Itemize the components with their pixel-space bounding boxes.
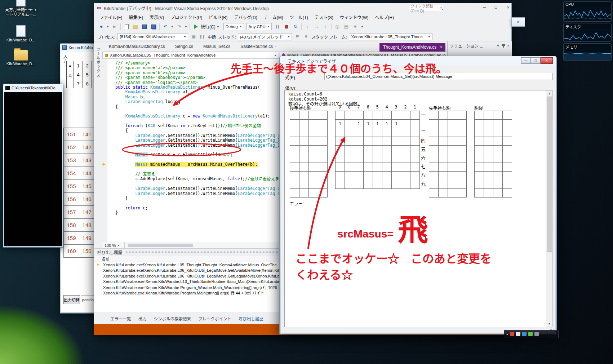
auto-hide-pin-icon[interactable] [503,44,504,48]
menu-item[interactable]: ビルド(B) [205,14,231,20]
console-output[interactable] [4,92,62,246]
menu-item[interactable]: テスト(S) [311,14,337,20]
redo-icon[interactable]: ↷ [176,23,182,30]
maximize-button[interactable]: □ [490,3,501,11]
panel-tab[interactable]: ブレークポイント [195,316,234,321]
panel-tab[interactable]: 出力 [136,316,150,321]
quick-launch-input[interactable]: クイック起動 (Ctrl+Q) [409,5,444,11]
redo-dropdown-icon[interactable] [185,26,187,28]
minimize-button[interactable]: — [521,57,531,64]
undo-dropdown-icon[interactable] [171,26,173,28]
editor-indicator-margin[interactable] [102,59,107,242]
process-snapshot-icon[interactable]: ▣ [190,34,197,40]
menu-item[interactable]: ヘルプ(H) [372,14,397,20]
grid-window-titlebar[interactable]: Xenon.KifuNa [60,44,98,52]
platform-combo[interactable]: Any CPU [246,23,272,30]
document-tab[interactable]: Masus_Set.cs [198,41,235,52]
board-row-label: 五 [421,145,426,154]
scroll-up-icon[interactable]: ▲ [546,90,552,97]
stack-frame-combo[interactable]: Xenon.KifuLarabe.L05_Thought.Thouc [349,33,432,40]
stop-debug-icon[interactable] [283,23,290,30]
active-document-tab[interactable]: Thought_KomaAndMove.cs × [379,43,445,52]
board-col-header: 3 [391,105,401,110]
board-cell [290,120,299,128]
desktop-icon[interactable]: KifuWarabe_D... [3,25,39,43]
step-into-icon[interactable]: ↓ [304,23,311,30]
panel-tab[interactable]: エラー一覧 [107,316,134,321]
tray-icon[interactable] [534,332,539,336]
document-tab[interactable]: Sengo.cs [170,41,198,52]
output-toggle-button[interactable]: 出力切替 [63,295,80,304]
menu-item[interactable]: 編集(E) [125,14,146,20]
desktop-icon[interactable]: 東方月華語〜チュ ートリアルムー... [3,0,39,17]
break-label[interactable]: 中断 [208,34,216,40]
find-icon[interactable]: ◎ [334,23,341,30]
menu-item[interactable]: ツール(T) [286,14,311,20]
step-over-icon[interactable]: → [313,23,320,30]
configuration-combo[interactable]: Debug [223,23,244,30]
panel-tab[interactable]: 呼び出し履歴 [236,316,266,321]
solution-explorer-titlebar[interactable]: ソリューション ... × [448,41,512,50]
menu-item[interactable]: 表示(V) [146,14,167,20]
desktop-icon[interactable]: KifuWarabe_D... [3,50,39,66]
menu-item[interactable]: プロジェクト(P) [167,14,205,20]
input-grid[interactable]: ▲12△4578 [66,61,98,88]
indent-icon[interactable]: ≡ [352,23,359,30]
toolbox-collapsed-tab[interactable]: ツールボックス [95,47,101,77]
visualizer-titlebar[interactable]: テキスト ビジュアライザー [280,56,556,66]
vs-titlebar[interactable]: ∞ KifuNarabe (デバッグ中) - Microsoft Visual … [94,3,511,13]
console-titlebar[interactable]: C:¥Users¥Takahashi¥Do [3,84,63,92]
scroll-down-icon[interactable]: ▼ [546,321,552,327]
panel-tab[interactable]: シンボルの検索結果 [151,316,194,321]
thread-combo[interactable]: [4072] メイン スレッド [238,33,292,40]
close-pane-icon[interactable]: × [507,44,510,48]
vs-logo-icon: ∞ [97,5,101,11]
floating-close-panel[interactable]: × [511,17,525,27]
document-tab[interactable]: KomaAndMasusDictionary.cs [104,41,170,52]
navigate-back-icon[interactable]: ◄ [98,23,104,30]
close-icon[interactable]: × [517,19,519,25]
zoom-control[interactable]: 100 % [102,242,125,248]
menu-item[interactable]: ウィンドウ(W) [337,14,372,20]
document-tab[interactable]: SasiteRoutine.cs [235,41,278,52]
comment-icon[interactable]: ▤ [343,23,350,30]
console-window[interactable]: C:¥Users¥Takahashi¥Do [3,84,63,248]
back-dropdown-icon[interactable] [107,26,109,28]
save-icon[interactable] [141,23,148,30]
process-combo[interactable]: [8164] Xenon.KifuWarabe.exe [117,33,188,40]
flag-threads-icon[interactable]: ⚑ [294,34,301,40]
minimize-button[interactable]: ─ [479,3,490,11]
tray-icon[interactable] [528,332,533,336]
break-icon[interactable] [199,34,205,40]
value-textarea[interactable]: kaisu.Count=6kotae.Count=202数字は、その升が選ばれて… [284,90,552,327]
restart-icon[interactable]: ↻ [292,23,299,30]
open-file-icon[interactable] [132,23,139,30]
horizontal-scrollbar[interactable] [128,244,193,247]
maximize-button[interactable]: □ [531,57,541,64]
navigate-forward-icon[interactable]: ► [111,23,118,30]
close-button[interactable]: × [541,57,553,64]
save-all-icon[interactable] [150,23,157,30]
expression-input[interactable]: ((Xenon.KifuLarabe.L04_Common.Masus_Set)… [324,73,553,80]
tray-icon[interactable] [516,332,520,336]
menu-item[interactable]: デバッグ(D) [231,14,261,20]
show-hidden-icons[interactable]: ▴ [506,332,508,336]
step-out-icon[interactable]: ↑ [322,23,329,30]
break-all-icon[interactable] [274,23,281,30]
type-dropdown[interactable]: Xenon.KifuLarabe.L05_Thought.Thought_Kom… [102,52,279,59]
frames-icon[interactable]: ▼ [303,34,309,40]
scrollbar-thumb[interactable] [547,97,552,252]
vertical-scrollbar[interactable]: ▲ ▼ [546,90,552,327]
close-tab-icon[interactable]: × [440,45,443,50]
grid-window[interactable]: Xenon.KifuNa 入力 ▲12△4578 151141152142153… [60,43,98,314]
menu-item[interactable]: ファイル(F) [96,14,125,20]
tray-icon[interactable] [510,332,514,336]
new-file-icon[interactable] [123,23,130,30]
toolbar-options-icon[interactable] [361,26,363,28]
undo-icon[interactable]: ↶ [162,23,169,30]
continue-button[interactable]: 続行(C) [192,23,221,30]
window-position-icon[interactable] [497,45,499,48]
tray-icon[interactable] [522,332,527,336]
menu-item[interactable]: チーム(M) [261,14,286,20]
close-button[interactable]: × [503,3,514,11]
